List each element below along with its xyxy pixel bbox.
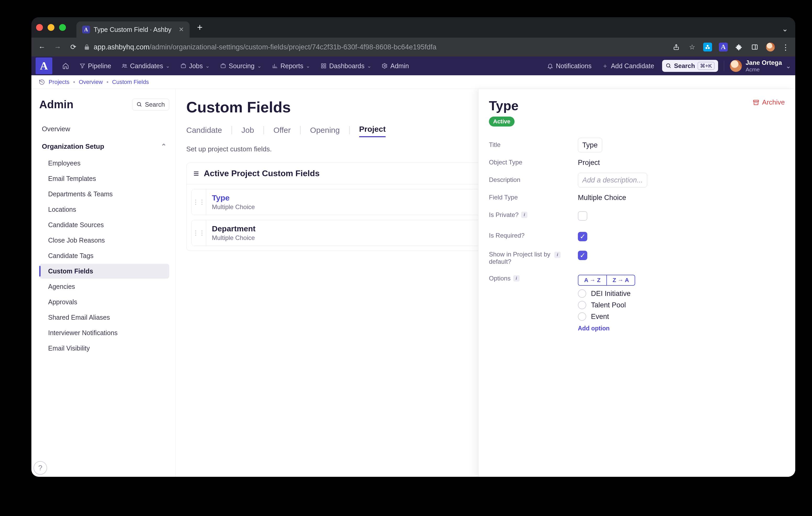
tab-overflow-icon[interactable]: ⌄ (782, 25, 788, 33)
show-in-list-checkbox[interactable]: ✓ (578, 251, 587, 260)
option-row[interactable]: Talent Pool (578, 301, 785, 309)
sidebar-item-shared-email-aliases[interactable]: Shared Email Aliases (39, 310, 169, 325)
new-tab-button[interactable]: + (197, 22, 202, 33)
browser-tab[interactable]: A Type Custom Field · Ashby ✕ (77, 22, 190, 38)
address-bar: ← → ⟳ app.ashbyhq.com/admin/organization… (31, 38, 795, 57)
sidebar-item-email-templates[interactable]: Email Templates (39, 171, 169, 186)
profile-avatar-icon[interactable] (766, 42, 775, 52)
is-private-checkbox[interactable] (578, 211, 587, 221)
detail-title: Type (489, 98, 519, 114)
extensions-puzzle-icon[interactable] (734, 42, 744, 52)
option-row[interactable]: DEI Initiative (578, 290, 785, 298)
nav-notifications[interactable]: Notifications (542, 57, 597, 75)
drag-handle-icon[interactable]: ⋮⋮ (192, 189, 206, 215)
nav-home[interactable] (57, 57, 74, 75)
omnibox[interactable]: app.ashbyhq.com/admin/organizational-set… (84, 43, 667, 51)
sidebar-item-candidate-tags[interactable]: Candidate Tags (39, 248, 169, 263)
archive-button[interactable]: Archive (753, 98, 785, 107)
tab-opening[interactable]: Opening (310, 124, 340, 136)
option-row[interactable]: Event (578, 312, 785, 321)
add-option-button[interactable]: Add option (578, 325, 785, 332)
nav-label: Candidates (130, 62, 163, 70)
bell-icon (547, 63, 553, 69)
crumb-2[interactable]: Custom Fields (112, 79, 149, 86)
radio-icon[interactable] (578, 301, 586, 309)
help-button[interactable]: ? (33, 461, 47, 475)
panel-icon[interactable] (750, 42, 759, 52)
app-viewport: A Pipeline Candidates ⌄ Jobs ⌄ Sourcing … (31, 57, 795, 477)
bookmark-star-icon[interactable]: ☆ (688, 42, 696, 52)
sidebar-item-close-job-reasons[interactable]: Close Job Reasons (39, 233, 169, 248)
svg-rect-9 (221, 65, 226, 68)
info-icon[interactable]: i (513, 275, 520, 281)
tab-offer[interactable]: Offer (273, 124, 291, 136)
reload-button[interactable]: ⟳ (68, 43, 79, 51)
nav-label: Sourcing (229, 62, 255, 70)
user-org: Acme (746, 66, 782, 73)
tab-project[interactable]: Project (359, 123, 386, 137)
app-topnav: A Pipeline Candidates ⌄ Jobs ⌄ Sourcing … (31, 57, 795, 75)
tab-candidate[interactable]: Candidate (186, 124, 222, 136)
close-tab-icon[interactable]: ✕ (179, 26, 184, 33)
sidebar-item-custom-fields[interactable]: Custom Fields (39, 264, 169, 279)
grid-icon (321, 63, 326, 69)
sort-za-button[interactable]: Z → A (606, 275, 635, 285)
is-required-checkbox[interactable]: ✓ (578, 232, 587, 241)
status-badge: Active (489, 117, 515, 126)
tab-job[interactable]: Job (241, 124, 254, 136)
global-search-button[interactable]: Search ⌘+K (662, 60, 718, 72)
info-icon[interactable]: i (521, 212, 527, 218)
option-label: DEI Initiative (591, 290, 631, 298)
extension-icon-1[interactable] (703, 42, 712, 52)
option-label: Talent Pool (591, 301, 626, 309)
app-logo-icon[interactable]: A (36, 58, 52, 74)
svg-point-7 (125, 65, 126, 66)
sidebar-search-button[interactable]: Search (132, 98, 169, 111)
label-options: Options i (489, 275, 578, 282)
user-menu[interactable]: Jane Ortega Acme ⌄ (730, 59, 791, 73)
crumb-1[interactable]: Overview (79, 79, 103, 86)
briefcase-icon (220, 63, 226, 69)
extension-icon-2[interactable]: A (719, 42, 728, 52)
sidebar-overview[interactable]: Overview (39, 120, 169, 138)
sort-az-button[interactable]: A → Z (578, 275, 606, 285)
history-icon[interactable] (39, 79, 45, 85)
chevron-down-icon: ⌄ (166, 63, 170, 69)
field-row-title: Type (212, 193, 255, 202)
share-icon[interactable] (672, 42, 681, 52)
nav-add-candidate[interactable]: ＋ Add Candidate (597, 57, 659, 75)
svg-rect-10 (321, 64, 323, 65)
info-icon[interactable]: i (554, 252, 560, 258)
title-input[interactable]: Type (578, 138, 602, 152)
nav-admin[interactable]: Admin (377, 57, 414, 75)
svg-rect-11 (324, 64, 326, 65)
nav-sourcing[interactable]: Sourcing ⌄ (215, 57, 267, 75)
crumb-0[interactable]: Projects (49, 79, 69, 86)
drag-handle-icon[interactable]: ⋮⋮ (192, 220, 206, 246)
sidebar-item-approvals[interactable]: Approvals (39, 295, 169, 309)
radio-icon[interactable] (578, 290, 586, 298)
briefcase-icon (180, 63, 186, 69)
sidebar-item-interviewer-notifications[interactable]: Interviewer Notifications (39, 326, 169, 340)
nav-reports[interactable]: Reports ⌄ (267, 57, 316, 75)
maximize-window-button[interactable] (59, 24, 66, 31)
sidebar-item-employees[interactable]: Employees (39, 156, 169, 171)
user-avatar-icon (730, 60, 742, 72)
forward-button[interactable]: → (52, 43, 63, 51)
nav-pipeline[interactable]: Pipeline (74, 57, 116, 75)
browser-menu-icon[interactable]: ⋮ (782, 42, 790, 52)
radio-icon[interactable] (578, 312, 586, 321)
back-button[interactable]: ← (37, 43, 47, 51)
sidebar-item-agencies[interactable]: Agencies (39, 279, 169, 294)
nav-candidates[interactable]: Candidates ⌄ (116, 57, 175, 75)
close-window-button[interactable] (36, 24, 43, 31)
sidebar-item-candidate-sources[interactable]: Candidate Sources (39, 217, 169, 232)
sidebar-group-org-setup[interactable]: Organization Setup ⌃ (39, 138, 169, 155)
sidebar-item-departments-teams[interactable]: Departments & Teams (39, 187, 169, 202)
sidebar-item-email-visibility[interactable]: Email Visibility (39, 341, 169, 356)
minimize-window-button[interactable] (48, 24, 54, 31)
nav-jobs[interactable]: Jobs ⌄ (175, 57, 215, 75)
description-input[interactable]: Add a description... (578, 173, 647, 187)
nav-dashboards[interactable]: Dashboards ⌄ (316, 57, 377, 75)
sidebar-item-locations[interactable]: Locations (39, 202, 169, 217)
